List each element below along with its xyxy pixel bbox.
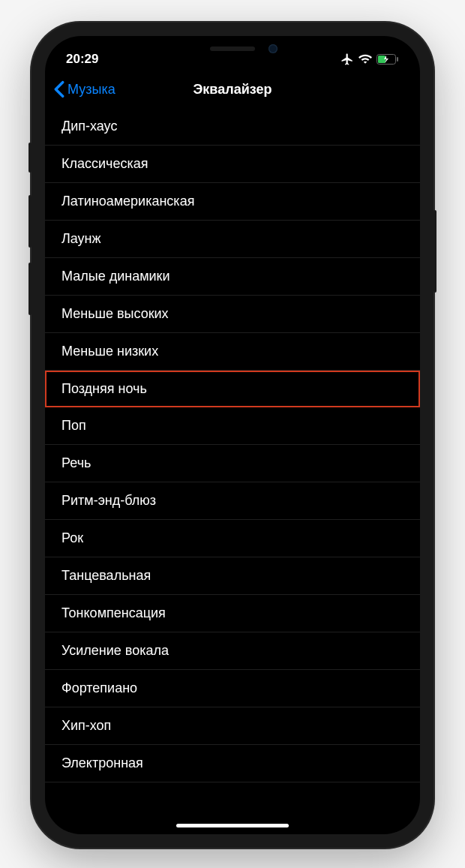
preset-label: Классическая bbox=[62, 156, 148, 172]
preset-label: Малые динамики bbox=[62, 269, 170, 284]
preset-label: Лаунж bbox=[62, 231, 101, 247]
preset-label: Поздняя ночь bbox=[62, 381, 147, 397]
back-label: Музыка bbox=[68, 82, 116, 98]
preset-label: Меньше низких bbox=[62, 344, 158, 359]
home-indicator[interactable] bbox=[176, 824, 289, 827]
list-item[interactable]: Латиноамериканская bbox=[45, 183, 420, 221]
list-item[interactable]: Дип-хаус bbox=[45, 108, 420, 146]
speaker bbox=[210, 47, 255, 51]
preset-label: Хип-хоп bbox=[62, 718, 111, 734]
list-item[interactable]: Поздняя ночь bbox=[45, 371, 420, 407]
wifi-icon bbox=[358, 54, 372, 65]
preset-label: Меньше высоких bbox=[62, 306, 169, 322]
status-icons bbox=[340, 53, 399, 66]
power-button bbox=[434, 210, 436, 293]
list-item[interactable]: Лаунж bbox=[45, 221, 420, 258]
screen: 20:29 Музыка Эквалайзер Дип-хаусКлассиче… bbox=[45, 36, 420, 834]
back-button[interactable]: Музыка bbox=[54, 80, 116, 98]
preset-label: Латиноамериканская bbox=[62, 194, 194, 209]
preset-label: Тонкомпенсация bbox=[62, 605, 166, 621]
list-item[interactable]: Ритм-энд-блюз bbox=[45, 482, 420, 520]
status-time: 20:29 bbox=[66, 52, 98, 67]
volume-down-button bbox=[28, 263, 32, 315]
preset-label: Ритм-энд-блюз bbox=[62, 493, 156, 509]
airplane-mode-icon bbox=[340, 53, 354, 66]
notch bbox=[146, 36, 319, 62]
front-camera bbox=[268, 44, 278, 53]
list-item[interactable]: Речь bbox=[45, 445, 420, 482]
list-item[interactable]: Поп bbox=[45, 407, 420, 445]
battery-icon bbox=[376, 54, 399, 65]
preset-label: Усиление вокала bbox=[62, 643, 169, 659]
chevron-left-icon bbox=[54, 80, 64, 98]
list-item[interactable]: Рок bbox=[45, 520, 420, 557]
list-item[interactable]: Электронная bbox=[45, 745, 420, 782]
svg-rect-2 bbox=[397, 57, 398, 62]
list-item[interactable]: Хип-хоп bbox=[45, 707, 420, 745]
list-item[interactable]: Фортепиано bbox=[45, 670, 420, 707]
list-item[interactable]: Меньше высоких bbox=[45, 296, 420, 333]
preset-label: Поп bbox=[62, 418, 86, 434]
list-item[interactable]: Классическая bbox=[45, 146, 420, 183]
list-item[interactable]: Тонкомпенсация bbox=[45, 595, 420, 632]
preset-label: Фортепиано bbox=[62, 680, 137, 696]
list-item[interactable]: Усиление вокала bbox=[45, 632, 420, 670]
list-item[interactable]: Малые динамики bbox=[45, 258, 420, 296]
preset-label: Рок bbox=[62, 530, 83, 546]
phone-frame: 20:29 Музыка Эквалайзер Дип-хаусКлассиче… bbox=[32, 23, 434, 848]
preset-label: Речь bbox=[62, 455, 91, 471]
navigation-bar: Музыка Эквалайзер bbox=[45, 72, 420, 108]
silent-switch bbox=[28, 143, 32, 173]
equalizer-preset-list[interactable]: Дип-хаусКлассическаяЛатиноамериканскаяЛа… bbox=[45, 108, 420, 782]
preset-label: Дип-хаус bbox=[62, 119, 117, 134]
list-item[interactable]: Танцевальная bbox=[45, 557, 420, 595]
preset-label: Электронная bbox=[62, 755, 143, 771]
list-item[interactable]: Меньше низких bbox=[45, 333, 420, 371]
preset-label: Танцевальная bbox=[62, 568, 151, 584]
volume-up-button bbox=[28, 195, 32, 248]
